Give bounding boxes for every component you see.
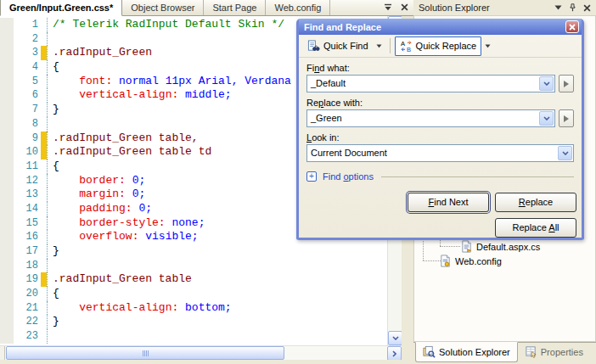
find-what-combobox[interactable]: _Default: [306, 75, 555, 92]
expand-plus-icon[interactable]: +: [306, 171, 317, 182]
replace-with-combobox[interactable]: _Green: [306, 109, 555, 127]
replace-all-button[interactable]: Replace All: [495, 218, 576, 238]
scroll-down-icon[interactable]: [388, 331, 402, 345]
indicator-margin: [0, 259, 14, 273]
line-number: 7: [14, 103, 41, 117]
dialog-title: Find and Replace: [304, 22, 565, 32]
ide-window: Green/Input.Green.css* Object Browser St…: [0, 0, 596, 364]
properties-icon: [525, 345, 537, 358]
look-in-dropdown-icon[interactable]: [558, 146, 572, 160]
change-tracking-column: [41, 301, 47, 316]
replace-with-dropdown-icon[interactable]: [539, 111, 554, 126]
change-tracking-column: [41, 117, 47, 132]
document-tabstrip: Green/Input.Green.css* Object Browser St…: [0, 0, 413, 16]
indicator-margin: [0, 301, 14, 316]
line-number: 5: [14, 75, 41, 89]
tree-visible-items: Default.aspx.cs Web.config: [414, 239, 595, 273]
indicator-margin: [0, 160, 14, 174]
tab-label: Properties: [541, 347, 583, 357]
scroll-right-icon[interactable]: [387, 346, 402, 361]
solution-explorer-title: Solution Explorer: [419, 3, 549, 13]
splitter-box[interactable]: [0, 346, 5, 361]
tree-item-label: Web.config: [455, 256, 502, 266]
editor-horizontal-scrollbar[interactable]: [0, 345, 402, 360]
code-text: .radInput_Green table: [47, 272, 387, 287]
code-line: 18: [0, 259, 387, 273]
line-number: 17: [14, 244, 41, 259]
find-what-value[interactable]: _Default: [307, 76, 538, 92]
auto-hide-pin-icon[interactable]: [566, 3, 578, 14]
line-number: 14: [14, 202, 41, 216]
quick-find-label: Quick Find: [323, 41, 368, 51]
quick-replace-label: Quick Replace: [416, 41, 477, 51]
window-position-icon[interactable]: [552, 3, 564, 14]
close-document-icon[interactable]: [397, 1, 411, 14]
change-tracking-column: [41, 230, 47, 244]
line-number: 1: [14, 18, 41, 32]
indicator-margin: [0, 145, 14, 160]
indicator-margin: [0, 230, 14, 244]
tab-input-green-css[interactable]: Green/Input.Green.css*: [0, 0, 122, 16]
line-number: 9: [14, 132, 41, 146]
code-line: 22}: [0, 315, 387, 329]
code-text: {: [47, 287, 387, 301]
tab-object-browser[interactable]: Object Browser: [122, 0, 204, 15]
code-line: 20{: [0, 287, 387, 301]
look-in-value[interactable]: Current Document: [307, 145, 557, 161]
find-options-label[interactable]: Find options: [323, 171, 374, 182]
svg-text:A: A: [401, 40, 405, 48]
code-text: [47, 329, 387, 344]
find-what-expression-button[interactable]: [559, 75, 574, 92]
quick-replace-button[interactable]: AB Quick Replace: [395, 36, 482, 56]
change-tracking-column: [41, 75, 47, 89]
quick-find-button[interactable]: Quick Find: [303, 37, 373, 55]
change-tracking-column: [41, 174, 47, 188]
dialog-close-icon[interactable]: [565, 20, 579, 33]
line-number: 8: [14, 117, 41, 132]
change-tracking-column: [41, 202, 47, 216]
change-tracking-column: [41, 103, 47, 117]
tab-start-page[interactable]: Start Page: [204, 0, 266, 15]
tool-window-tabstrip: Solution Explorer Properties: [413, 342, 596, 364]
indicator-margin: [0, 315, 14, 329]
code-file-icon: [460, 240, 473, 253]
change-tracking-bar: [41, 272, 47, 287]
quick-replace-icon: AB: [400, 40, 413, 53]
code-line: 21 vertical-align: bottom;: [0, 301, 387, 316]
document-list-dropdown-icon[interactable]: [381, 1, 395, 14]
toolbar-separator: [390, 38, 391, 53]
tree-guide-line: [423, 260, 441, 261]
code-text: [47, 259, 387, 273]
change-tracking-column: [41, 60, 47, 75]
solution-explorer-icon: [423, 345, 436, 358]
change-tracking-column: [41, 216, 47, 231]
find-what-label: Find what:: [306, 63, 574, 73]
code-text: vertical-align: bottom;: [47, 301, 387, 316]
find-options-expander[interactable]: + Find options: [306, 171, 574, 182]
dialog-titlebar[interactable]: Find and Replace: [299, 19, 582, 35]
tab-solution-explorer[interactable]: Solution Explorer: [415, 342, 518, 362]
line-number: 21: [14, 301, 41, 316]
code-text: }: [47, 244, 387, 259]
quick-find-dropdown-icon[interactable]: [373, 42, 385, 51]
code-line: 17}: [0, 244, 387, 259]
tab-web-config[interactable]: Web.config: [266, 0, 330, 15]
indicator-margin: [0, 216, 14, 231]
look-in-combobox[interactable]: Current Document: [306, 144, 574, 162]
line-number: 12: [14, 174, 41, 188]
horizontal-scroll-thumb[interactable]: [6, 346, 284, 360]
tree-item-web-config[interactable]: Web.config: [439, 254, 502, 268]
close-panel-icon[interactable]: [581, 3, 593, 14]
replace-button[interactable]: Replace: [495, 193, 576, 212]
change-tracking-column: [41, 88, 47, 103]
quick-find-icon: [307, 40, 320, 53]
replace-with-value[interactable]: _Green: [307, 110, 538, 126]
change-tracking-column: [41, 244, 47, 259]
find-what-dropdown-icon[interactable]: [539, 76, 554, 91]
replace-with-expression-button[interactable]: [559, 109, 574, 127]
quick-replace-dropdown-icon[interactable]: [481, 42, 494, 51]
change-tracking-column: [41, 160, 47, 174]
find-next-button[interactable]: Find Next: [408, 193, 489, 212]
tab-properties[interactable]: Properties: [518, 343, 590, 361]
tree-item-default-aspx-cs[interactable]: Default.aspx.cs: [460, 239, 540, 254]
